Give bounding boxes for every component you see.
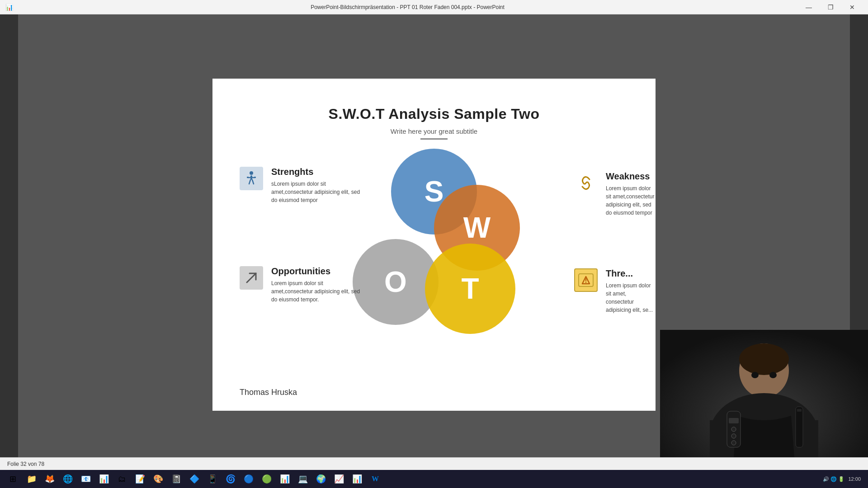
person-silhouette [660, 330, 868, 474]
svg-point-20 [731, 434, 736, 438]
taskbar-app2[interactable]: 📝 [132, 471, 148, 487]
taskbar-outlook[interactable]: 📧 [78, 471, 94, 487]
taskbar-app14[interactable]: 📊 [349, 471, 365, 487]
circle-t: T [425, 244, 515, 334]
taskbar-app13[interactable]: 📈 [331, 471, 347, 487]
svg-rect-23 [797, 409, 802, 412]
strengths-body: sLorem ipsum dolor sit amet,consectetur … [271, 180, 362, 204]
restore-button[interactable]: ❐ [820, 0, 841, 14]
svg-line-6 [252, 180, 254, 184]
slide-subtitle: Write here your great subtitle [212, 127, 656, 135]
threats-text: Thre... Lorem ipsum dolor sit amet, cons… [606, 268, 656, 314]
threats-icon [574, 268, 598, 292]
svg-rect-3 [247, 177, 249, 178]
webcam-background [660, 330, 868, 474]
strengths-item: Strenghts sLorem ipsum dolor sit amet,co… [240, 167, 362, 204]
tray-icons: 🔊 🌐 🔋 [823, 476, 844, 482]
opportunities-heading: Opportunities [271, 266, 362, 277]
slide: S.W.O.T Analysis Sample Two Write here y… [212, 79, 656, 411]
opportunities-item: Opportunities Lorem ipsum dolor sit amet… [240, 266, 362, 304]
svg-point-19 [731, 427, 736, 432]
presentation-status-bar: Folie 32 von 78 [0, 457, 868, 470]
opportunities-body: Lorem ipsum dolor sit amet,consectetur a… [271, 279, 362, 304]
start-button[interactable]: ⊞ [4, 471, 22, 487]
tray-time: 12:00 [848, 476, 861, 482]
strengths-heading: Strenghts [271, 167, 362, 177]
svg-rect-4 [254, 177, 256, 178]
weakness-item: Weakness Lorem ipsum dolor sit amet,cons… [574, 171, 656, 217]
svg-point-10 [585, 282, 586, 282]
slide-title: S.W.O.T Analysis Sample Two [212, 106, 656, 122]
opportunities-icon [240, 266, 263, 290]
titlebar-icon: 📊 [5, 4, 13, 11]
slide-footer: Thomas Hruska [240, 388, 297, 397]
threats-body: Lorem ipsum dolor sit amet, consectetur … [606, 282, 656, 314]
svg-point-0 [250, 171, 253, 175]
svg-point-14 [739, 343, 789, 375]
weakness-text: Weakness Lorem ipsum dolor sit amet,cons… [606, 171, 656, 217]
taskbar-app11[interactable]: 💻 [295, 471, 311, 487]
strengths-icon [240, 167, 263, 190]
strengths-text: Strenghts sLorem ipsum dolor sit amet,co… [271, 167, 362, 204]
taskbar-app12[interactable]: 🌍 [313, 471, 329, 487]
taskbar-firefox[interactable]: 🦊 [42, 471, 58, 487]
taskbar-app6[interactable]: 📱 [204, 471, 221, 487]
svg-point-25 [769, 372, 777, 378]
titlebar-controls: — ❐ ✕ [798, 0, 863, 14]
taskbar-app7[interactable]: 🌀 [222, 471, 239, 487]
taskbar-app8[interactable]: 🔵 [241, 471, 257, 487]
taskbar-app10[interactable]: 📊 [277, 471, 293, 487]
weakness-body: Lorem ipsum dolor sit amet,consectetur a… [606, 184, 656, 217]
taskbar-explorer[interactable]: 📁 [24, 471, 40, 487]
taskbar-app4[interactable]: 📓 [168, 471, 184, 487]
close-button[interactable]: ✕ [842, 0, 863, 14]
taskbar-app1[interactable]: 🗂 [114, 471, 130, 487]
threats-item: Thre... Lorem ipsum dolor sit amet, cons… [574, 268, 656, 314]
left-panel [0, 14, 18, 474]
taskbar-ppt[interactable]: 📊 [96, 471, 112, 487]
svg-line-5 [249, 180, 250, 184]
titlebar: 📊 PowerPoint-Bildschirmpräsentation - PP… [0, 0, 868, 14]
weakness-icon [574, 171, 598, 195]
minimize-button[interactable]: — [798, 0, 819, 14]
windows-taskbar[interactable]: ⊞ 📁 🦊 🌐 📧 📊 🗂 📝 🎨 📓 🔷 📱 🌀 🔵 🟢 📊 💻 🌍 📈 📊 … [0, 470, 868, 488]
system-tray: 🔊 🌐 🔋 12:00 [823, 476, 864, 482]
slide-counter: Folie 32 von 78 [7, 461, 44, 467]
subtitle-underline [420, 138, 448, 140]
threats-heading: Thre... [606, 268, 656, 279]
svg-rect-22 [796, 407, 803, 447]
taskbar-chrome[interactable]: 🌐 [60, 471, 76, 487]
svg-point-24 [751, 372, 759, 378]
weakness-heading: Weakness [606, 171, 656, 182]
svg-line-7 [585, 182, 587, 184]
opportunities-text: Opportunities Lorem ipsum dolor sit amet… [271, 266, 362, 304]
taskbar-app15[interactable]: W [367, 471, 383, 487]
svg-rect-18 [729, 418, 739, 423]
svg-point-21 [731, 441, 736, 445]
venn-diagram: S W O T [348, 149, 520, 343]
taskbar-app3[interactable]: 🎨 [150, 471, 166, 487]
webcam-overlay [660, 330, 868, 474]
taskbar-app9[interactable]: 🟢 [259, 471, 275, 487]
titlebar-title: PowerPoint-Bildschirmpräsentation - PPT … [17, 4, 798, 10]
taskbar-app5[interactable]: 🔷 [186, 471, 203, 487]
